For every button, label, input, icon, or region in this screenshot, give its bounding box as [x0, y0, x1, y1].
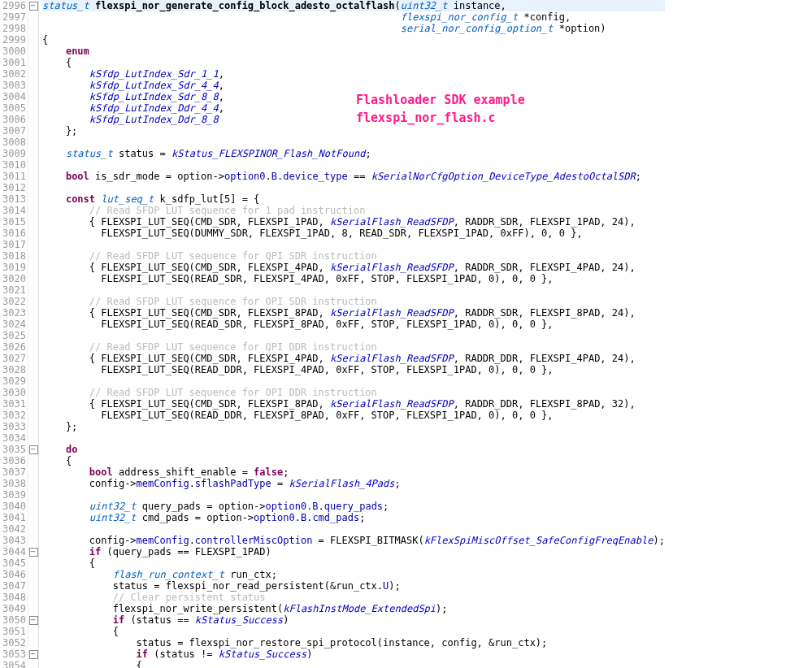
code-line[interactable]: // Read SFDP LUT sequence for 1 pad inst… [42, 205, 665, 216]
code-line[interactable]: flexspi_nor_write_persistent(kFlashInstM… [42, 603, 665, 614]
fold-marker [28, 319, 38, 330]
code-line[interactable] [42, 523, 665, 535]
code-line[interactable]: kSfdp_LutIndex_Sdr_8_8, [42, 91, 665, 102]
code-line[interactable]: if (status == kStatus_Success) [42, 614, 665, 626]
code-line[interactable]: const lut_seq_t k_sdfp_lut[5] = { [42, 193, 665, 205]
line-number-gutter: 2996299729982999300030013002300330043005… [0, 0, 28, 668]
line-number: 3018 [0, 250, 26, 262]
fold-marker [28, 11, 38, 23]
code-line[interactable]: serial_nor_config_option_t *option) [42, 23, 665, 34]
code-line[interactable]: flash_run_context_t run_ctx; [42, 569, 665, 580]
code-line[interactable] [42, 159, 665, 171]
fold-marker [28, 353, 38, 364]
code-line[interactable]: { [42, 455, 665, 466]
code-line[interactable] [42, 137, 665, 148]
code-line[interactable]: // Read SFDP LUT sequence for OPI DDR in… [42, 387, 665, 398]
line-number: 3007 [0, 125, 26, 137]
fold-marker [28, 57, 38, 68]
code-line[interactable]: enum [42, 46, 665, 57]
code-line[interactable]: { [42, 57, 665, 68]
code-line[interactable]: { [42, 34, 665, 46]
code-line[interactable]: // Read SFDP LUT sequence for OPI SDR in… [42, 296, 665, 307]
code-line[interactable]: FLEXSPI_LUT_SEQ(DUMMY_SDR, FLEXSPI_1PAD,… [42, 228, 665, 239]
code-line[interactable]: { FLEXSPI_LUT_SEQ(CMD_SDR, FLEXSPI_4PAD,… [42, 262, 665, 273]
fold-marker[interactable] [28, 546, 38, 557]
code-line[interactable] [42, 284, 665, 296]
code-line[interactable]: { FLEXSPI_LUT_SEQ(CMD_SDR, FLEXSPI_4PAD,… [42, 353, 665, 364]
fold-marker[interactable] [28, 614, 38, 626]
fold-gutter[interactable] [28, 0, 39, 668]
fold-marker [28, 387, 38, 398]
code-line[interactable]: { FLEXSPI_LUT_SEQ(CMD_SDR, FLEXSPI_8PAD,… [42, 398, 665, 410]
line-number: 3001 [0, 57, 26, 68]
line-number: 3016 [0, 228, 26, 239]
code-line[interactable] [42, 375, 665, 387]
line-number: 3050 [0, 614, 26, 626]
line-number: 3048 [0, 592, 26, 603]
code-line[interactable]: { [42, 626, 665, 637]
code-line[interactable]: FLEXSPI_LUT_SEQ(READ_SDR, FLEXSPI_8PAD, … [42, 319, 665, 330]
code-line[interactable] [42, 330, 665, 341]
code-line[interactable]: config->memConfig.controllerMiscOption =… [42, 535, 665, 546]
fold-marker[interactable] [28, 0, 38, 11]
code-line[interactable]: flexspi_nor_config_t *config, [42, 11, 665, 23]
fold-marker[interactable] [28, 444, 38, 455]
line-number: 3046 [0, 569, 26, 580]
line-number: 3031 [0, 398, 26, 410]
code-line[interactable]: uint32_t cmd_pads = option->option0.B.cm… [42, 512, 665, 523]
code-line[interactable]: FLEXSPI_LUT_SEQ(READ_DDR, FLEXSPI_8PAD, … [42, 410, 665, 421]
code-line[interactable] [42, 182, 665, 193]
code-line[interactable]: kSfdp_LutIndex_Ddr_8_8 [42, 114, 665, 125]
code-line[interactable]: FLEXSPI_LUT_SEQ(READ_DDR, FLEXSPI_4PAD, … [42, 364, 665, 375]
line-number: 3005 [0, 102, 26, 114]
code-line[interactable]: // Read SFDP LUT sequence for QPI DDR in… [42, 341, 665, 353]
annotation-line-1: Flashloader SDK example [356, 91, 525, 109]
fold-marker [28, 364, 38, 375]
line-number: 3025 [0, 330, 26, 341]
code-line[interactable]: }; [42, 125, 665, 137]
fold-marker [28, 159, 38, 171]
line-number: 3053 [0, 648, 26, 660]
fold-marker [28, 193, 38, 205]
line-number: 3028 [0, 364, 26, 375]
code-line[interactable]: bool address_shift_enable = false; [42, 466, 665, 478]
code-area[interactable]: status_t flexspi_nor_generate_config_blo… [39, 0, 665, 668]
line-number: 3037 [0, 466, 26, 478]
code-line[interactable]: { [42, 660, 665, 668]
code-line[interactable] [42, 239, 665, 250]
code-line[interactable]: // Clear persistent status [42, 592, 665, 603]
code-line[interactable]: }; [42, 421, 665, 432]
line-number: 3042 [0, 523, 26, 535]
code-line[interactable]: bool is_sdr_mode = option->option0.B.dev… [42, 171, 665, 182]
line-number: 3052 [0, 637, 26, 648]
code-line[interactable]: do [42, 444, 665, 455]
fold-marker [28, 592, 38, 603]
code-line[interactable] [42, 489, 665, 501]
line-number: 3008 [0, 137, 26, 148]
fold-marker[interactable] [28, 648, 38, 660]
line-number: 3004 [0, 91, 26, 102]
line-number: 3015 [0, 216, 26, 228]
code-line[interactable]: kSfdp_LutIndex_Sdr_4_4, [42, 80, 665, 91]
fold-marker [28, 216, 38, 228]
code-line[interactable]: { [42, 557, 665, 569]
code-line[interactable]: // Read SFDP LUT sequence for QPI SDR in… [42, 250, 665, 262]
code-line[interactable]: status_t flexspi_nor_generate_config_blo… [42, 0, 665, 11]
line-number: 3003 [0, 80, 26, 91]
code-line[interactable]: config->memConfig.sflashPadType = kSeria… [42, 478, 665, 489]
code-line[interactable]: status_t status = kStatus_FLEXSPINOR_Fla… [42, 148, 665, 159]
code-line[interactable] [42, 432, 665, 444]
code-line[interactable]: kSfdp_LutIndex_Ddr_4_4, [42, 102, 665, 114]
code-line[interactable]: kSfdp_LutIndex_Sdr_1_1, [42, 68, 665, 80]
fold-marker [28, 580, 38, 592]
line-number: 3054 [0, 660, 26, 668]
code-line[interactable]: status = flexspi_nor_restore_spi_protoco… [42, 637, 665, 648]
code-line[interactable]: if (query_pads == FLEXSPI_1PAD) [42, 546, 665, 557]
code-line[interactable]: FLEXSPI_LUT_SEQ(READ_SDR, FLEXSPI_4PAD, … [42, 273, 665, 284]
code-line[interactable]: status = flexspi_nor_read_persistent(&ru… [42, 580, 665, 592]
code-line[interactable]: { FLEXSPI_LUT_SEQ(CMD_SDR, FLEXSPI_1PAD,… [42, 216, 665, 228]
code-line[interactable]: if (status != kStatus_Success) [42, 648, 665, 660]
code-line[interactable]: { FLEXSPI_LUT_SEQ(CMD_SDR, FLEXSPI_8PAD,… [42, 307, 665, 319]
code-line[interactable]: uint32_t query_pads = option->option0.B.… [42, 501, 665, 512]
line-number: 3017 [0, 239, 26, 250]
